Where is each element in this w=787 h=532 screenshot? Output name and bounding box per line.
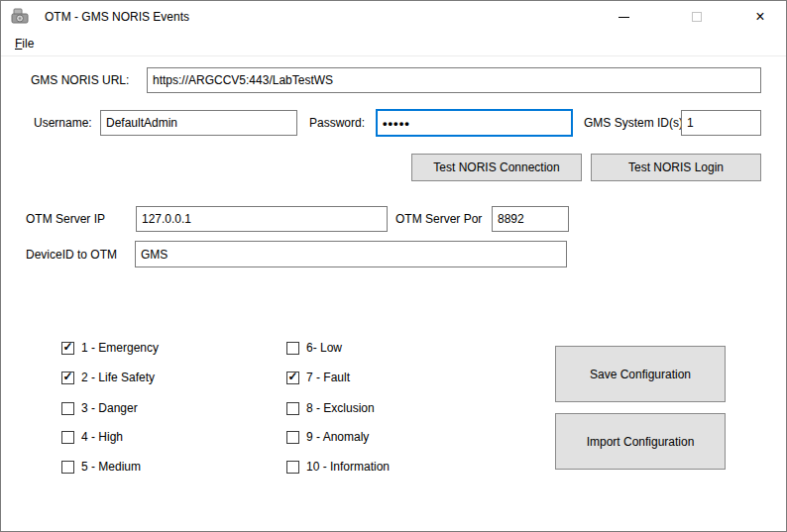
device-id-input[interactable] xyxy=(135,241,567,267)
checkbox-box[interactable] xyxy=(61,461,74,474)
checkbox-label: 2 - Life Safety xyxy=(81,370,155,385)
otm-server-ip-label: OTM Server IP xyxy=(26,211,105,227)
username-label: Username: xyxy=(34,115,92,131)
checkbox-box[interactable] xyxy=(61,372,74,384)
checkbox-box[interactable] xyxy=(286,402,299,415)
checkbox-emergency[interactable]: 1 - Emergency xyxy=(61,340,159,356)
checkbox-danger[interactable]: 3 - Danger xyxy=(61,400,138,416)
save-configuration-button[interactable]: Save Configuration xyxy=(555,346,726,402)
otm-server-ip-input[interactable] xyxy=(136,206,388,232)
checkbox-label: 8 - Exclusion xyxy=(306,400,375,416)
title-bar[interactable]: OTM - GMS NORIS Events × xyxy=(1,1,786,33)
otm-server-port-label: OTM Server Por xyxy=(395,211,482,227)
system-ids-label: GMS System ID(s): xyxy=(584,115,686,131)
maximize-icon xyxy=(692,12,702,22)
checkbox-life-safety[interactable]: 2 - Life Safety xyxy=(61,370,155,385)
close-button[interactable]: × xyxy=(737,1,783,33)
checkbox-label: 5 - Medium xyxy=(81,459,141,475)
checkbox-label: 4 - High xyxy=(81,429,123,445)
app-window: OTM - GMS NORIS Events × File GMS NORIS … xyxy=(0,0,787,532)
checkbox-box[interactable] xyxy=(61,402,74,415)
test-noris-login-button[interactable]: Test NORIS Login xyxy=(591,154,761,181)
noris-url-label: GMS NORIS URL: xyxy=(31,72,129,88)
noris-url-input[interactable] xyxy=(147,67,761,93)
checkbox-low[interactable]: 6- Low xyxy=(286,340,342,356)
checkbox-information[interactable]: 10 - Information xyxy=(286,459,390,475)
checkbox-box[interactable] xyxy=(286,372,299,384)
minimize-button[interactable] xyxy=(601,1,646,33)
checkbox-anomaly[interactable]: 9 - Anomaly xyxy=(286,429,369,445)
device-id-label: DeviceID to OTM xyxy=(26,247,117,263)
close-icon: × xyxy=(755,9,764,25)
app-icon xyxy=(11,8,31,26)
checkbox-label: 7 - Fault xyxy=(306,370,350,385)
username-input[interactable] xyxy=(100,110,297,136)
minimize-icon xyxy=(618,17,629,18)
password-label: Password: xyxy=(309,115,365,131)
checkbox-label: 6- Low xyxy=(306,340,342,356)
system-ids-input[interactable] xyxy=(681,110,761,136)
checkbox-box[interactable] xyxy=(286,461,299,474)
maximize-button xyxy=(674,1,720,33)
checkbox-label: 10 - Information xyxy=(306,459,390,475)
password-input[interactable] xyxy=(376,109,573,137)
checkbox-fault[interactable]: 7 - Fault xyxy=(286,370,350,385)
test-noris-connection-button[interactable]: Test NORIS Connection xyxy=(411,154,582,181)
checkbox-box[interactable] xyxy=(286,431,299,444)
import-configuration-button[interactable]: Import Configuration xyxy=(555,413,726,470)
otm-server-port-input[interactable] xyxy=(492,206,569,232)
checkbox-exclusion[interactable]: 8 - Exclusion xyxy=(286,400,375,416)
checkbox-medium[interactable]: 5 - Medium xyxy=(61,459,141,475)
checkbox-box[interactable] xyxy=(61,342,74,355)
checkbox-box[interactable] xyxy=(61,431,74,444)
menu-bar: File xyxy=(1,33,786,56)
checkbox-label: 9 - Anomaly xyxy=(306,429,369,445)
checkbox-label: 3 - Danger xyxy=(81,400,138,416)
checkbox-box[interactable] xyxy=(286,342,299,355)
window-title: OTM - GMS NORIS Events xyxy=(45,1,189,33)
checkbox-label: 1 - Emergency xyxy=(81,340,159,356)
checkbox-high[interactable]: 4 - High xyxy=(61,429,123,445)
menu-file[interactable]: File xyxy=(8,33,41,55)
